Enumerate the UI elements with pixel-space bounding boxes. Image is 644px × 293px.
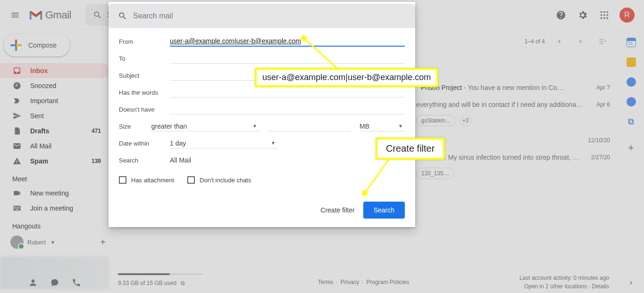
storage-text: 9.33 GB of 15 GB used <box>118 280 176 286</box>
sidebar-item-label: All Mail <box>30 142 51 150</box>
sidebar-item-sent[interactable]: Sent <box>0 108 109 123</box>
support-icon[interactable] <box>552 6 570 24</box>
filter-size-value-input[interactable] <box>268 122 351 131</box>
filter-search-label: Search <box>119 157 170 164</box>
svg-point-1 <box>603 11 605 13</box>
caret-down-icon[interactable]: ▼ <box>50 240 55 245</box>
spam-icon <box>12 157 22 165</box>
sidebar-item-label: Sent <box>30 112 44 120</box>
plus-icon <box>10 40 22 51</box>
sidebar-item-label: Inbox <box>30 67 48 74</box>
filter-doesnthave-input[interactable] <box>170 105 405 114</box>
gmail-logo[interactable]: Gmail <box>28 9 71 21</box>
attachment-chip[interactable]: gsStatem… <box>416 115 456 126</box>
svg-point-6 <box>601 17 602 19</box>
open-storage-icon[interactable]: ⧉ <box>181 280 185 286</box>
search-icon[interactable] <box>118 11 127 21</box>
allmail-icon <box>12 142 22 150</box>
svg-point-2 <box>607 11 609 13</box>
footer: 9.33 GB of 15 GB used ⧉ Terms· Privacy· … <box>109 271 618 293</box>
footer-details-link[interactable]: Details <box>592 283 609 290</box>
drafts-count: 471 <box>92 128 101 134</box>
compose-button[interactable]: Compose <box>4 34 70 57</box>
sent-icon <box>12 112 22 120</box>
get-addons-icon[interactable]: + <box>628 142 634 154</box>
search-icon[interactable] <box>88 6 107 24</box>
camera-icon <box>12 189 22 197</box>
keyboard-icon <box>12 204 22 212</box>
filter-size-unit-select[interactable]: MB▼ <box>360 122 405 131</box>
main-menu-button[interactable] <box>4 4 26 26</box>
sidebar-item-label: Important <box>30 97 58 105</box>
sidebar-item-label: Join a meeting <box>30 204 73 212</box>
footer-locations: Open in 2 other locations <box>524 283 587 290</box>
important-icon <box>12 97 22 105</box>
filter-to-input[interactable] <box>170 54 405 64</box>
footer-policies-link[interactable]: Program Policies <box>367 279 410 285</box>
sidebar-item-join-meeting[interactable]: Join a meeting <box>0 201 109 216</box>
footer-privacy-link[interactable]: Privacy <box>341 279 359 285</box>
filter-haswords-input[interactable] <box>170 88 405 98</box>
add-contact-icon[interactable]: + <box>100 237 106 248</box>
hangouts-bottom-bar <box>0 273 109 293</box>
inbox-icon <box>12 66 22 75</box>
footer-terms-link[interactable]: Terms <box>318 279 334 285</box>
callout-create-filter: Create filter <box>376 138 445 160</box>
sidebar-item-allmail[interactable]: All Mail <box>0 138 109 154</box>
mail-snippet: - You have a new mention in Co… <box>462 84 564 91</box>
settings-gear-icon[interactable] <box>573 6 592 24</box>
storage-bar <box>118 273 203 275</box>
sidebar-item-label: Drafts <box>30 127 49 135</box>
filter-date-select[interactable]: 1 day▼ <box>170 138 277 148</box>
pagination-range: 1–4 of 4 <box>525 38 545 45</box>
clock-icon <box>12 81 22 90</box>
filter-to-label: To <box>119 55 170 62</box>
create-filter-link[interactable]: Create filter <box>320 206 354 214</box>
hangouts-user-row[interactable]: Robert ▼ + <box>0 233 109 252</box>
sidebar-item-label: New meeting <box>30 189 69 197</box>
display-density-button[interactable] <box>595 34 610 49</box>
sidebar-item-snoozed[interactable]: Snoozed <box>0 78 109 93</box>
account-avatar[interactable]: R <box>619 8 635 23</box>
svg-point-5 <box>607 14 609 16</box>
filter-size-op-select[interactable]: greater than▼ <box>151 122 259 131</box>
hangouts-contacts-icon[interactable] <box>28 278 38 289</box>
filter-date-label: Date within <box>119 140 170 147</box>
hangouts-chat-icon[interactable] <box>50 278 59 289</box>
prev-page-button[interactable] <box>552 34 567 49</box>
sidebar-item-important[interactable]: Important <box>0 93 109 108</box>
side-panel: ⧉ + › <box>618 30 644 293</box>
search-button[interactable]: Search <box>363 202 405 219</box>
filter-search-scope[interactable]: All Mail <box>170 156 405 164</box>
keep-addon-icon[interactable] <box>627 57 636 67</box>
mail-date: Apr 7 <box>596 84 610 91</box>
dropbox-addon-icon[interactable]: ⧉ <box>628 117 634 127</box>
mail-date: 2/27/20 <box>591 154 610 161</box>
sidebar-item-inbox[interactable]: Inbox <box>0 63 109 78</box>
filter-size-label: Size <box>119 123 151 130</box>
sidebar-item-label: Spam <box>30 157 48 165</box>
callout-from-value: user-a@example.com|user-b@example.com <box>255 68 438 87</box>
contacts-addon-icon[interactable] <box>627 97 636 106</box>
next-page-button[interactable] <box>573 34 588 49</box>
sidebar-item-drafts[interactable]: Drafts 471 <box>0 123 109 138</box>
calendar-addon-icon[interactable] <box>627 38 636 47</box>
sidebar-item-new-meeting[interactable]: New meeting <box>0 186 109 201</box>
mail-snippet: . My sinus infection turned into strep t… <box>444 154 583 161</box>
user-presence-icon <box>10 236 24 249</box>
tasks-addon-icon[interactable] <box>627 77 636 87</box>
sidebar-item-spam[interactable]: Spam 139 <box>0 154 109 169</box>
attachment-chip[interactable]: 120_135… <box>416 168 454 179</box>
apps-grid-icon[interactable] <box>595 6 614 24</box>
footer-activity: Last account activity: 0 minutes ago <box>519 274 609 282</box>
attachment-more-chip[interactable]: +3 <box>460 115 471 126</box>
filter-has-attachment-checkbox[interactable]: Has attachment <box>119 176 174 184</box>
hangouts-section-label: Hangouts <box>0 216 109 233</box>
mail-snippet: everything and will be in contact if I n… <box>416 101 588 108</box>
collapse-sidepanel-icon[interactable]: › <box>630 277 633 287</box>
filter-from-input[interactable] <box>170 36 405 47</box>
compose-label: Compose <box>28 41 57 49</box>
filter-no-chats-checkbox[interactable]: Don't include chats <box>187 176 251 184</box>
search-placeholder-text: Search mail <box>133 12 173 20</box>
hangouts-phone-icon[interactable] <box>72 278 81 289</box>
